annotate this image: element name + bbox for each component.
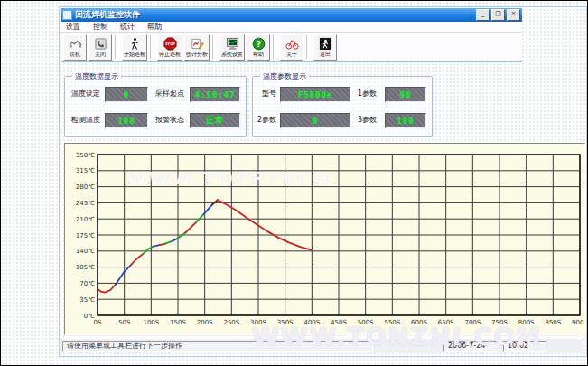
statistics-analysis-button[interactable]: 统计分析 [184, 34, 210, 61]
x-tick-label: 500S [358, 319, 374, 326]
exit-icon [319, 37, 332, 51]
menu-bar: 设置 控制 统计 帮助 [61, 22, 522, 33]
field-label-measured-temp: 检测温度 [71, 115, 100, 125]
screenshot-root: 回流焊机监控软件 _ □ × 设置 控制 统计 帮助 联机 关闭 [0, 0, 588, 366]
about-button[interactable]: 关于 [280, 34, 303, 61]
exit-button[interactable]: 退出 [313, 34, 337, 61]
status-time: 10:02 [503, 341, 546, 352]
field-label-sample-start: 采样起点 [155, 89, 184, 99]
minimize-button[interactable]: _ [476, 9, 490, 21]
toolbar-separator [273, 35, 277, 59]
menu-control[interactable]: 控制 [93, 22, 107, 32]
y-tick-label: 140℃ [76, 248, 95, 255]
status-message: 请使用菜单或工具栏进行下一步操作 [62, 341, 373, 352]
y-tick-label: 105℃ [76, 264, 95, 271]
temperature-curve-segment [173, 239, 178, 241]
title-bar[interactable]: 回流焊机监控软件 _ □ × [61, 8, 522, 22]
field-label-temp-setting: 温度设定 [71, 89, 100, 99]
temperature-curve-segment [212, 200, 218, 204]
window-title: 回流焊机监控软件 [75, 9, 476, 21]
y-tick-label: 35℃ [79, 296, 95, 304]
x-tick-label: 50S [118, 319, 131, 326]
stop-sign-icon: STOP [163, 37, 177, 51]
temperature-curve-segment [143, 247, 154, 255]
field-label-param2: 2参数 [257, 115, 276, 125]
y-tick-label: 0℃ [84, 313, 95, 320]
help-icon: ? [252, 37, 266, 51]
temperature-profile-panel: 0S50S100S150S200S250S300S350S400S450S500… [64, 143, 585, 335]
maximize-button[interactable]: □ [491, 9, 505, 21]
temperature-curve-segment [178, 233, 185, 239]
led-sample-start: 4:56:47 [190, 87, 240, 102]
monitor-icon [226, 37, 239, 51]
led-temp-setting: 0 [105, 87, 148, 102]
y-tick-label: 210℃ [76, 216, 95, 223]
led-alarm-status: 正常 [190, 113, 240, 128]
x-tick-label: 200S [197, 319, 213, 326]
svg-text:?: ? [256, 39, 260, 49]
x-tick-label: 900S [572, 319, 584, 326]
temperature-param-groupbox: 温度参数显示 型号 FS800e 1参数 90 2参数 0 3参数 180 [252, 76, 433, 137]
y-tick-label: 245℃ [76, 200, 95, 207]
temperature-curve-segment [160, 244, 165, 246]
led-param2: 0 [280, 113, 350, 128]
field-label-alarm-status: 报警状态 [155, 115, 184, 125]
phone-icon [94, 37, 107, 51]
groupbox-title: 温度参数显示 [260, 71, 309, 81]
x-tick-label: 750S [491, 319, 508, 326]
y-tick-label: 350℃ [76, 152, 95, 159]
analysis-icon [191, 37, 204, 51]
groupbox-title: 温度数据显示 [72, 71, 121, 81]
temperature-curve-segment [154, 245, 160, 247]
x-tick-label: 400S [303, 319, 320, 326]
field-label-model: 型号 [262, 89, 276, 99]
temperature-curve-segment [130, 254, 143, 266]
svg-text:STOP: STOP [164, 42, 174, 46]
menu-help[interactable]: 帮助 [147, 22, 162, 32]
toolbar-separator [150, 35, 154, 59]
start-patrol-button[interactable]: 开始巡检 [122, 34, 147, 61]
toolbar: 联机 关闭 开始巡检 STOP 停止巡检 统计分析 [61, 33, 522, 62]
toolbar-separator [306, 35, 311, 59]
menu-statistics[interactable]: 统计 [120, 22, 135, 32]
y-tick-label: 315℃ [76, 167, 95, 174]
disconnect-button[interactable]: 关闭 [89, 34, 112, 61]
temperature-data-groupbox: 温度数据显示 温度设定 0 采样起点 4:56:47 检测温度 188 报警状态… [64, 76, 247, 137]
temperature-curve-segment [196, 214, 203, 222]
toolbar-separator [212, 35, 217, 59]
led-param1: 90 [385, 87, 426, 102]
connect-button[interactable]: 联机 [63, 34, 87, 61]
system-settings-button[interactable]: 系统设置 [219, 34, 245, 61]
x-tick-label: 100S [143, 319, 159, 326]
close-button[interactable]: × [507, 9, 520, 21]
x-tick-label: 150S [170, 319, 186, 326]
x-tick-label: 350S [277, 319, 294, 326]
bicycle-icon [285, 37, 299, 51]
stop-patrol-button[interactable]: STOP 停止巡检 [157, 34, 182, 61]
led-model: FS800e [280, 87, 350, 102]
y-tick-label: 70℃ [79, 280, 95, 287]
walking-person-icon [128, 37, 142, 51]
x-tick-label: 600S [411, 319, 427, 326]
app-icon [62, 10, 72, 20]
status-date: 2006-7-24 [443, 341, 499, 352]
x-tick-label: 550S [384, 319, 400, 326]
y-tick-label: 175℃ [76, 232, 95, 239]
temperature-profile-chart: 0S50S100S150S200S250S300S350S400S450S500… [65, 144, 584, 334]
y-tick-label: 280℃ [76, 183, 95, 191]
x-tick-label: 250S [223, 319, 239, 326]
field-label-param3: 3参数 [358, 115, 377, 125]
help-button[interactable]: ? 帮助 [247, 34, 270, 61]
menu-settings[interactable]: 设置 [66, 22, 80, 32]
x-tick-label: 300S [250, 319, 266, 326]
temperature-curve-segment [98, 284, 116, 292]
temperature-curve-segment [165, 241, 173, 244]
toolbar-separator [115, 35, 119, 59]
led-measured-temp: 188 [105, 113, 148, 128]
x-tick-label: 700S [464, 319, 481, 326]
x-tick-label: 650S [438, 319, 454, 326]
temperature-curve-segment [116, 267, 129, 285]
handshake-icon [69, 37, 82, 51]
field-label-param1: 1参数 [358, 89, 377, 99]
x-tick-label: 450S [331, 319, 347, 326]
